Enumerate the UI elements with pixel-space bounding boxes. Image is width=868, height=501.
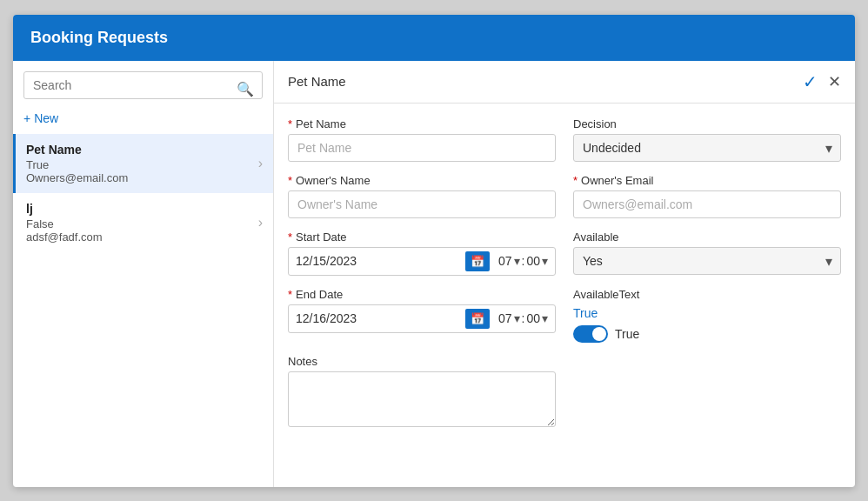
notes-label: Notes [288,355,556,368]
owner-name-field: *Owner's Name [288,174,556,218]
start-minute-chevron[interactable]: ▾ [542,254,548,268]
end-date-label: *End Date [288,288,556,301]
start-date-row: 12/15/2023 📅 07 ▾ : 00 ▾ [288,247,556,276]
available-label: Available [573,230,841,244]
pet-name-field: *Pet Name [288,117,556,162]
calendar-icon[interactable]: 📅 [465,251,490,271]
close-button[interactable]: ✕ [828,72,841,91]
decision-field: Decision Undecided Approved Rejected ▾ [573,117,841,162]
available-select[interactable]: Yes No [573,247,841,275]
decision-label: Decision [573,117,841,130]
list-item-email: Owners@email.com [26,171,258,184]
right-panel: Pet Name ✓ ✕ *Pet Name Decision [274,61,855,487]
form-body: *Pet Name Decision Undecided Approved Re… [274,104,855,487]
toggle-label: True [615,327,639,341]
form-header: Pet Name ✓ ✕ [274,61,855,104]
list-item[interactable]: lj False adsf@fadf.com › [13,193,273,252]
list-item-status: True [26,158,258,171]
end-hour-chevron[interactable]: ▾ [514,311,520,325]
start-time-part: 07 ▾ : 00 ▾ [498,254,548,268]
start-hour: 07 [498,254,512,268]
confirm-button[interactable]: ✓ [803,71,818,92]
required-marker: * [288,117,292,130]
start-hour-chevron[interactable]: ▾ [514,254,520,268]
chevron-right-icon: › [258,215,263,230]
new-button-label: New [34,111,58,125]
end-date-value: 12/16/2023 [296,311,462,325]
end-minute: 00 [526,311,540,325]
notes-field: Notes [288,355,556,427]
toggle-knob [592,327,606,341]
end-minute-chevron[interactable]: ▾ [542,311,548,325]
toggle-row: True [573,325,841,343]
decision-select[interactable]: Undecided Approved Rejected [573,134,841,162]
notes-textarea[interactable] [288,371,556,427]
pet-name-input[interactable] [288,134,556,162]
required-marker: * [573,174,578,187]
start-date-label: *Start Date [288,230,556,244]
owner-name-input[interactable] [288,190,556,218]
form-actions: ✓ ✕ [803,71,841,92]
list-item-name: lj [26,202,258,216]
owner-name-label: *Owner's Name [288,174,556,187]
owner-email-input[interactable] [573,190,841,218]
new-button[interactable]: + New [13,106,273,130]
toggle-switch[interactable] [573,325,608,343]
decision-select-wrapper: Undecided Approved Rejected ▾ [573,134,841,162]
calendar-icon[interactable]: 📅 [465,309,490,329]
list-item-name: Pet Name [26,143,258,157]
plus-icon: + [23,111,30,125]
start-date-value: 12/15/2023 [296,254,462,268]
left-panel: 🔍 + New Pet Name True Owners@email.com ›… [13,61,274,487]
search-icon[interactable]: 🔍 [237,80,254,97]
available-field: Available Yes No ▾ [573,230,841,276]
app-header: Booking Requests [13,15,855,61]
app-container: Booking Requests 🔍 + New Pet Name True O… [13,15,855,487]
app-title: Booking Requests [30,29,168,46]
time-separator: : [522,254,525,268]
search-input[interactable] [23,71,263,99]
available-text-label: AvailableText [573,288,841,301]
owner-email-field: *Owner's Email [573,174,841,218]
start-minute: 00 [526,254,540,268]
owner-email-label: *Owner's Email [573,174,841,187]
end-date-row: 12/16/2023 📅 07 ▾ : 00 ▾ [288,304,556,333]
end-hour: 07 [498,311,512,325]
required-marker: * [288,174,292,187]
required-marker: * [288,288,292,301]
main-content: 🔍 + New Pet Name True Owners@email.com ›… [13,61,855,487]
search-container: 🔍 [13,71,273,106]
required-marker: * [288,230,292,244]
available-select-wrapper: Yes No ▾ [573,247,841,275]
list-item-email: adsf@fadf.com [26,230,258,244]
pet-name-label: *Pet Name [288,117,556,130]
list-item-status: False [26,217,258,230]
list-item-info: Pet Name True Owners@email.com [26,143,258,184]
available-text-value: True [573,304,841,322]
list-item[interactable]: Pet Name True Owners@email.com › [13,134,273,193]
chevron-right-icon: › [258,156,263,171]
end-date-field: *End Date 12/16/2023 📅 07 ▾ : 00 ▾ [288,288,556,343]
start-date-field: *Start Date 12/15/2023 📅 07 ▾ : 00 ▾ [288,230,556,276]
form-title: Pet Name [288,74,346,89]
list-item-info: lj False adsf@fadf.com [26,202,258,244]
available-text-field: AvailableText True True [573,288,841,343]
time-separator: : [522,311,525,325]
end-time-part: 07 ▾ : 00 ▾ [498,311,548,325]
